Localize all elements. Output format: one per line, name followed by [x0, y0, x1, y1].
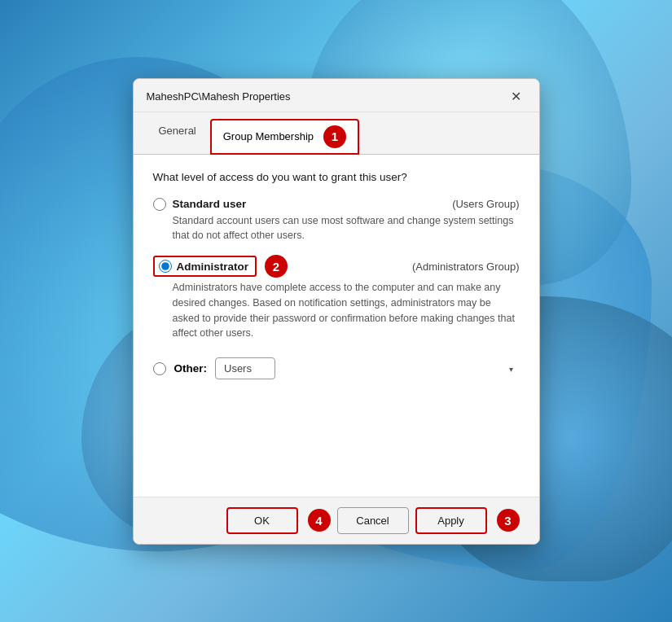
badge-1: 1: [323, 125, 346, 148]
access-question: What level of access do you want to gran…: [153, 171, 520, 183]
administrator-option: Administrator 2 (Administrators Group) A…: [153, 255, 520, 341]
badge-2: 2: [265, 255, 288, 278]
other-select[interactable]: Users: [215, 357, 275, 379]
standard-user-header: Standard user (Users Group): [153, 198, 520, 211]
titlebar: MaheshPC\Mahesh Properties ✕: [134, 79, 539, 112]
administrator-radio[interactable]: [159, 260, 172, 273]
standard-user-option: Standard user (Users Group) Standard acc…: [153, 198, 520, 244]
chevron-down-icon: ▾: [509, 364, 513, 373]
tab-group-membership[interactable]: Group Membership 1: [210, 119, 359, 155]
admin-group: (Administrators Group): [412, 261, 519, 273]
other-radio[interactable]: [153, 362, 166, 375]
administrator-header: Administrator 2 (Administrators Group): [153, 255, 520, 278]
ok-button-wrapper: OK 4: [226, 507, 331, 534]
badge-4: 4: [308, 509, 331, 532]
standard-user-group: (Users Group): [452, 198, 519, 210]
other-label: Other:: [174, 362, 208, 375]
cancel-button[interactable]: Cancel: [337, 507, 409, 534]
other-option-row: Other: Users ▾: [153, 357, 520, 379]
dialog-footer: OK 4 Cancel Apply 3: [134, 497, 539, 544]
standard-user-radio[interactable]: [153, 198, 166, 211]
ok-button[interactable]: OK: [226, 507, 298, 534]
tab-general[interactable]: General: [147, 119, 209, 154]
standard-user-label: Standard user: [173, 198, 247, 210]
properties-dialog: MaheshPC\Mahesh Properties ✕ General Gro…: [133, 78, 540, 545]
window-title: MaheshPC\Mahesh Properties: [147, 90, 291, 103]
administrator-label: Administrator: [177, 261, 249, 273]
standard-user-description: Standard account users can use most soft…: [173, 213, 520, 244]
admin-radio-box: Administrator: [153, 256, 257, 277]
dialog-content: What level of access do you want to gran…: [134, 155, 539, 497]
apply-button[interactable]: Apply: [415, 507, 487, 534]
dialog-overlay: MaheshPC\Mahesh Properties ✕ General Gro…: [0, 0, 672, 622]
close-button[interactable]: ✕: [507, 87, 526, 107]
tabs-bar: General Group Membership 1: [134, 112, 539, 155]
badge-3: 3: [497, 509, 520, 532]
apply-button-wrapper: Apply 3: [415, 507, 520, 534]
administrator-description: Administrators have complete access to t…: [173, 280, 520, 341]
other-select-wrapper: Users ▾: [215, 357, 520, 379]
